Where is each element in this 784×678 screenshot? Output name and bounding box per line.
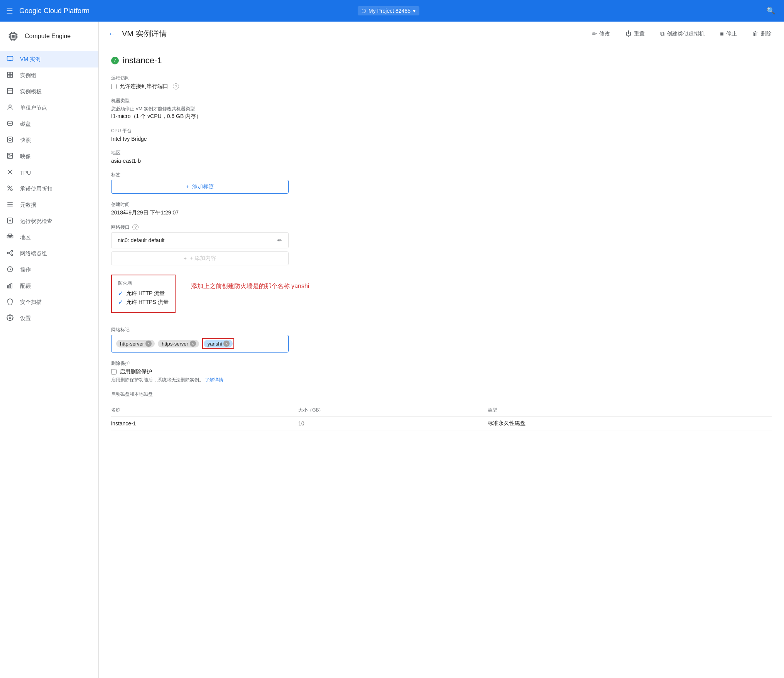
add-tag-label: 添加标签: [192, 183, 214, 190]
disk-icon: [6, 120, 14, 128]
network-tags-label: 网络标记: [111, 327, 772, 333]
tag-http-label: http-server: [120, 341, 144, 347]
svg-rect-18: [10, 72, 13, 74]
dropdown-icon: ▾: [413, 8, 416, 14]
tag-https-remove[interactable]: ×: [190, 341, 196, 347]
delete-icon: 🗑: [752, 30, 759, 37]
sidebar-item-tpu[interactable]: TPU: [0, 165, 98, 181]
sidebar-item-template[interactable]: 实例模板: [0, 84, 98, 100]
disk-row-name: instance-1: [111, 417, 298, 430]
network-edit-icon[interactable]: ✏: [277, 237, 282, 243]
project-name: My Project 82485: [368, 8, 411, 14]
content-area: ✓ instance-1 远程访问 允许连接到串行端口 ? 机器类型 您必须停止…: [99, 46, 784, 447]
sidebar-item-settings[interactable]: 设置: [0, 310, 98, 327]
svg-rect-1: [12, 35, 15, 38]
stop-icon: ■: [720, 30, 724, 37]
svg-rect-19: [7, 75, 10, 78]
stop-button[interactable]: ■ 停止: [717, 29, 740, 39]
sidebar-item-label-template: 实例模板: [20, 88, 42, 95]
image-icon: [6, 152, 14, 161]
delete-protection-warning-text: 启用删除保护功能后，系统将无法删除实例。: [111, 377, 204, 383]
svg-line-46: [9, 251, 11, 253]
sidebar-item-label-group: 实例组: [20, 72, 36, 79]
svg-point-24: [7, 121, 13, 123]
add-content-button[interactable]: + + 添加内容: [111, 251, 289, 265]
add-tag-plus-icon: +: [186, 184, 189, 190]
project-selector[interactable]: ⬡ My Project 82485 ▾: [358, 6, 419, 15]
sidebar-item-label-endpoint: 网络端点组: [20, 250, 47, 257]
disk-col-name: 名称: [111, 404, 298, 417]
sidebar-item-label-metadata: 元数据: [20, 202, 36, 209]
tag-chip-https: https-server ×: [158, 340, 199, 347]
sidebar-item-endpoint[interactable]: 网络端点组: [0, 246, 98, 262]
sidebar-item-label-disk: 磁盘: [20, 121, 31, 128]
vm-icon: [6, 55, 14, 64]
edit-button[interactable]: ✏ 修改: [589, 29, 613, 39]
sidebar-item-quota[interactable]: 配额: [0, 278, 98, 294]
serial-port-checkbox[interactable]: [111, 84, 117, 89]
delete-button[interactable]: 🗑 删除: [749, 29, 775, 39]
search-icon[interactable]: 🔍: [764, 4, 778, 18]
serial-port-row[interactable]: 允许连接到串行端口 ?: [111, 83, 772, 90]
quota-icon: [6, 282, 14, 290]
delete-protection-checkbox[interactable]: [111, 369, 117, 374]
tags-input[interactable]: http-server × https-server × yanshi ×: [111, 335, 289, 352]
sidebar-item-vm[interactable]: VM 实例: [0, 51, 98, 67]
firewall-row: 防火墙 ✓ 允许 HTTP 流量 ✓ 允许 HTTPS 流量 添加上之前创建防火…: [111, 275, 772, 319]
cpu-platform-label: CPU 平台: [111, 128, 772, 134]
serial-port-label: 允许连接到串行端口: [120, 83, 168, 90]
https-firewall-row[interactable]: ✓ 允许 HTTPS 流量: [118, 299, 169, 306]
tags-section: 标签 + 添加标签: [111, 172, 772, 194]
disk-row: instance-1 10 标准永久性磁盘: [111, 417, 772, 430]
reset-icon: ⏻: [625, 30, 632, 37]
project-icon: ⬡: [362, 8, 366, 14]
sidebar-item-image[interactable]: 映像: [0, 148, 98, 165]
sidebar-item-health[interactable]: 运行状况检查: [0, 213, 98, 229]
sidebar-item-ops[interactable]: 操作: [0, 262, 98, 278]
remote-access-section: 远程访问 允许连接到串行端口 ?: [111, 75, 772, 90]
disk-row-type: 标准永久性磁盘: [488, 417, 772, 430]
sidebar-item-snapshot[interactable]: 快照: [0, 132, 98, 148]
delete-protection-row[interactable]: 启用删除保护: [111, 368, 772, 375]
tag-yanshi-remove[interactable]: ×: [223, 341, 230, 347]
svg-point-31: [8, 186, 10, 188]
add-tag-button[interactable]: + 添加标签: [111, 180, 289, 194]
template-icon: [6, 88, 14, 96]
header-actions: ✏ 修改 ⏻ 重置 ⧉ 创建类似虚拟机 ■ 停止 🗑 删除: [589, 29, 775, 39]
tag-http-remove[interactable]: ×: [145, 341, 152, 347]
sidebar-item-discount[interactable]: 承诺使用折扣: [0, 181, 98, 197]
clone-button[interactable]: ⧉ 创建类似虚拟机: [657, 29, 708, 39]
sidebar-item-region[interactable]: 地区: [0, 229, 98, 246]
svg-rect-21: [7, 88, 13, 94]
clone-icon: ⧉: [660, 30, 664, 37]
sidebar-item-disk[interactable]: 磁盘: [0, 116, 98, 132]
running-status-icon: ✓: [111, 57, 119, 64]
svg-rect-49: [7, 286, 8, 288]
disk-section: 启动磁盘和本地磁盘 名称 大小（GB） 类型 instance-1 10: [111, 391, 772, 430]
svg-rect-20: [10, 75, 13, 78]
sidebar-item-label-health: 运行状况检查: [20, 218, 52, 225]
reset-label: 重置: [634, 30, 645, 37]
menu-icon[interactable]: ☰: [6, 6, 13, 15]
network-card: nic0: default default ✏: [111, 232, 289, 248]
region-section: 地区 asia-east1-b: [111, 150, 772, 164]
svg-rect-25: [7, 137, 13, 142]
delete-protection-warning: 启用删除保护功能后，系统将无法删除实例。 了解详情: [111, 377, 772, 383]
sidebar-item-tenant[interactable]: 单租户节点: [0, 100, 98, 116]
delete-protection-link[interactable]: 了解详情: [205, 377, 223, 383]
top-navigation: ☰ Google Cloud Platform ⬡ My Project 824…: [0, 0, 784, 22]
delete-protection-label: 删除保护: [111, 360, 772, 367]
settings-icon: [6, 314, 14, 323]
created-section: 创建时间 2018年9月29日 下午1:29:07: [111, 201, 772, 216]
reset-button[interactable]: ⏻ 重置: [622, 29, 648, 39]
sidebar-item-security[interactable]: 安全扫描: [0, 294, 98, 310]
disk-col-type: 类型: [488, 404, 772, 417]
http-firewall-row[interactable]: ✓ 允许 HTTP 流量: [118, 290, 169, 297]
sidebar-item-group[interactable]: 实例组: [0, 67, 98, 84]
network-help-icon[interactable]: ?: [132, 224, 139, 230]
sidebar-item-metadata[interactable]: 元数据: [0, 197, 98, 213]
sidebar-item-label-region: 地区: [20, 234, 31, 241]
svg-point-32: [11, 189, 13, 191]
serial-help-icon[interactable]: ?: [173, 83, 179, 89]
back-button[interactable]: ←: [108, 29, 116, 38]
